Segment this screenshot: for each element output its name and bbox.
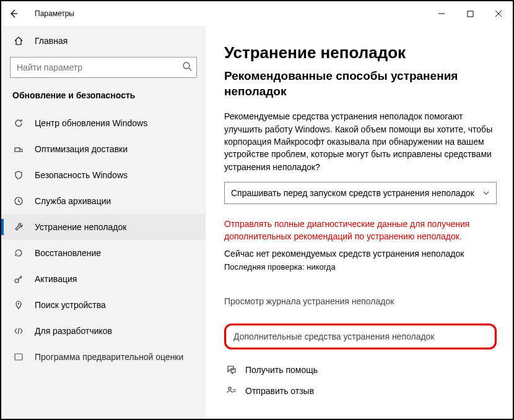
sidebar-item-troubleshoot[interactable]: Устранение неполадок [1,214,206,240]
svg-rect-0 [468,11,473,17]
content-area: Устранение неполадок Рекомендованные спо… [206,26,513,419]
diagnostic-warning: Отправлять полные диагностические данные… [224,218,497,243]
sidebar-item-label: Для разработчиков [35,326,112,336]
svg-point-1 [183,62,189,69]
chevron-down-icon [482,189,490,197]
minimize-button[interactable] [427,1,456,26]
home-nav[interactable]: Главная [1,30,206,52]
app-title: Параметры [35,9,427,18]
code-icon [12,326,25,336]
close-button[interactable] [484,1,513,26]
chat-icon [224,364,239,375]
sidebar-item-label: Активация [35,274,77,284]
refresh-icon [12,118,25,128]
home-label: Главная [35,36,68,46]
feedback-label: Отправить отзыв [245,386,314,396]
page-title: Устранение неполадок [224,43,497,62]
sidebar-item-label: Восстановление [35,248,101,258]
search-icon [182,61,192,71]
maximize-icon [467,11,474,17]
feedback-icon [224,385,239,396]
no-recommendation-text: Сейчас нет рекомендуемых средств устране… [224,249,497,259]
search-wrap [10,57,197,78]
additional-troubleshooters-link[interactable]: Дополнительные средства устранения непол… [224,324,497,349]
dropdown-value: Спрашивать перед запуском средств устран… [231,188,474,198]
arrow-left-icon [9,9,19,19]
sidebar-item-activation[interactable]: Активация [1,266,206,292]
sidebar-item-recovery[interactable]: Восстановление [1,240,206,266]
delivery-icon [12,144,25,154]
wrench-icon [12,222,25,232]
backup-icon [12,196,25,206]
sidebar-item-developers[interactable]: Для разработчиков [1,318,206,344]
sidebar-item-windows-update[interactable]: Центр обновления Windows [1,110,206,136]
sidebar-item-insider[interactable]: Программа предварительной оценки [1,344,206,370]
sidebar-item-backup[interactable]: Служба архивации [1,188,206,214]
sidebar-item-windows-security[interactable]: Безопасность Windows [1,162,206,188]
svg-rect-6 [15,354,22,360]
home-icon [12,36,25,46]
insider-icon [12,352,25,362]
svg-point-5 [18,303,19,304]
search-input[interactable] [10,57,197,78]
description-text: Рекомендуемые средства устранения непола… [224,110,497,173]
svg-rect-2 [15,148,20,152]
sidebar-item-label: Поиск устройства [35,300,106,310]
sidebar-item-label: Центр обновления Windows [35,118,147,128]
sidebar-item-label: Служба архивации [35,196,111,206]
sidebar-item-label: Устранение неполадок [35,222,126,232]
maximize-button[interactable] [456,1,484,26]
sidebar-item-find-device[interactable]: Поиск устройства [1,292,206,318]
get-help-label: Получить помощь [245,365,318,375]
get-help-link[interactable]: Получить помощь [224,359,497,380]
titlebar: Параметры [1,1,513,26]
recovery-icon [12,248,25,258]
sidebar-item-label: Безопасность Windows [35,170,128,180]
history-link[interactable]: Просмотр журнала устранения неполадок [224,290,497,312]
sidebar-item-delivery-optimization[interactable]: Оптимизация доставки [1,136,206,162]
svg-point-7 [229,387,231,390]
close-icon [495,10,502,17]
feedback-link[interactable]: Отправить отзыв [224,380,497,401]
minimize-icon [438,10,445,17]
sidebar: Главная Обновление и безопасность Центр … [1,26,206,419]
section-heading: Рекомендованные способы устранения непол… [224,69,497,99]
back-button[interactable] [1,1,26,26]
section-title: Обновление и безопасность [1,87,206,110]
sidebar-item-label: Программа предварительной оценки [35,352,183,362]
window-controls [427,1,513,26]
shield-icon [12,170,25,180]
location-icon [12,300,25,310]
key-icon [12,274,25,284]
last-check-text: Последняя проверка: никогда [224,262,497,272]
sidebar-item-label: Оптимизация доставки [35,144,128,154]
troubleshoot-mode-dropdown[interactable]: Спрашивать перед запуском средств устран… [224,182,497,204]
